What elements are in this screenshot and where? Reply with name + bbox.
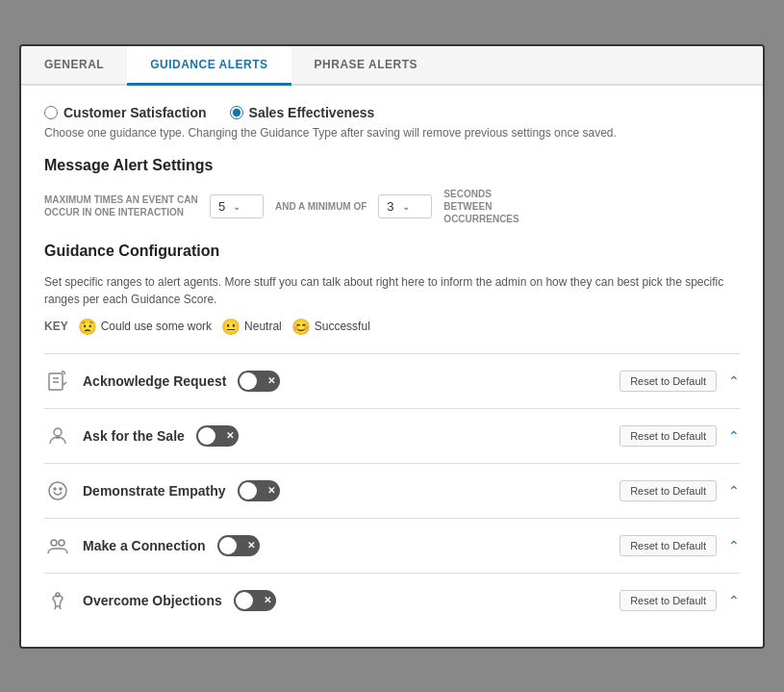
key-item-neutral-label: Neutral <box>244 320 282 333</box>
collapse-overcome-objections-button[interactable] <box>728 593 740 608</box>
radio-group: Customer Satisfaction Sales Effectivenes… <box>44 105 740 120</box>
min-seconds-chevron-icon: ⌄ <box>402 201 410 212</box>
collapse-ask-for-sale-button[interactable] <box>728 428 740 444</box>
successful-icon: 😊 <box>291 318 311 336</box>
guidance-config-heading: Guidance Configuration <box>44 243 740 260</box>
item-left-demonstrate-empathy: Demonstrate Empathy ✕ <box>44 477 280 504</box>
could-use-icon: 😟 <box>78 318 97 336</box>
toggle-x-icon-5: ✕ <box>264 595 271 605</box>
reset-make-connection-button[interactable]: Reset to Default <box>620 535 717 556</box>
key-item-successful-label: Successful <box>315 320 370 333</box>
demonstrate-empathy-toggle[interactable]: ✕ <box>238 480 280 501</box>
make-connection-icon <box>44 532 71 559</box>
reset-ask-for-sale-button[interactable]: Reset to Default <box>620 425 717 447</box>
max-times-select[interactable]: 5 ⌄ <box>210 194 264 218</box>
item-right-overcome-objections: Reset to Default <box>620 590 740 611</box>
key-label: KEY <box>44 320 68 333</box>
make-connection-toggle[interactable]: ✕ <box>217 535 260 556</box>
item-right-ask-for-sale: Reset to Default <box>620 425 740 447</box>
toggle-knob-4 <box>219 537 237 554</box>
item-left-make-connection: Make a Connection ✕ <box>44 532 260 559</box>
guidance-item-demonstrate-empathy: Demonstrate Empathy ✕ Reset to Default <box>44 463 740 518</box>
max-times-value: 5 <box>218 199 225 214</box>
neutral-icon: 😐 <box>221 318 240 336</box>
acknowledge-request-icon <box>44 368 71 395</box>
ask-for-sale-icon <box>44 423 71 449</box>
seconds-label: SECONDS BETWEEN OCCURRENCES <box>443 188 540 225</box>
tab-general[interactable]: GENERAL <box>21 46 127 86</box>
min-seconds-select[interactable]: 3 ⌄ <box>378 194 432 218</box>
main-window: GENERAL GUIDANCE ALERTS PHRASE ALERTS Cu… <box>19 44 765 649</box>
ask-for-sale-toggle[interactable]: ✕ <box>196 425 239 447</box>
key-item-could-use: 😟 Could use some work <box>78 318 212 336</box>
item-right-demonstrate-empathy: Reset to Default <box>620 480 740 501</box>
toggle-knob-3 <box>240 482 257 500</box>
min-seconds-value: 3 <box>387 199 393 214</box>
guidance-item-acknowledge-request: Acknowledge Request ✕ Reset to Default <box>44 353 740 408</box>
toggle-knob-2 <box>198 427 215 445</box>
collapse-acknowledge-request-button[interactable] <box>728 373 740 389</box>
radio-input-sales-effectiveness[interactable] <box>230 106 243 119</box>
toggle-x-icon-2: ✕ <box>226 430 234 441</box>
radio-customer-satisfaction[interactable]: Customer Satisfaction <box>44 105 207 120</box>
item-left-acknowledge-request: Acknowledge Request ✕ <box>44 368 280 395</box>
acknowledge-request-toggle[interactable]: ✕ <box>238 371 280 392</box>
demonstrate-empathy-icon <box>44 477 71 504</box>
radio-label-sales-effectiveness: Sales Effectiveness <box>249 105 375 120</box>
demonstrate-empathy-name: Demonstrate Empathy <box>83 483 226 499</box>
collapse-make-connection-button[interactable] <box>728 538 740 553</box>
toggle-x-icon-4: ✕ <box>247 540 255 551</box>
svg-point-8 <box>59 540 64 546</box>
item-left-ask-for-sale: Ask for the Sale ✕ <box>44 423 239 449</box>
guidance-item-make-connection: Make a Connection ✕ Reset to Default <box>44 518 740 573</box>
guidance-item-ask-for-sale: Ask for the Sale ✕ Reset to Default <box>44 408 740 463</box>
svg-point-4 <box>49 482 66 500</box>
svg-point-3 <box>54 428 62 436</box>
key-item-successful: 😊 Successful <box>291 318 370 336</box>
radio-sales-effectiveness[interactable]: Sales Effectiveness <box>230 105 375 120</box>
overcome-objections-name: Overcome Objections <box>83 593 222 608</box>
radio-help-text: Choose one guidance type. Changing the G… <box>44 126 740 140</box>
guidance-items-list: Acknowledge Request ✕ Reset to Default <box>44 353 740 628</box>
guidance-item-overcome-objections: Overcome Objections ✕ Reset to Default <box>44 573 740 628</box>
item-right-make-connection: Reset to Default <box>620 535 740 556</box>
reset-demonstrate-empathy-button[interactable]: Reset to Default <box>620 480 717 501</box>
collapse-demonstrate-empathy-button[interactable] <box>728 483 740 499</box>
radio-input-customer-satisfaction[interactable] <box>44 106 58 119</box>
toggle-knob-5 <box>236 592 253 609</box>
tab-phrase-alerts[interactable]: PHRASE ALERTS <box>291 46 441 86</box>
content-area: Customer Satisfaction Sales Effectivenes… <box>21 86 763 647</box>
alert-settings-row: MAXIMUM TIMES AN EVENT CAN OCCUR IN ONE … <box>44 188 740 225</box>
acknowledge-request-name: Acknowledge Request <box>83 373 226 389</box>
tabs-container: GENERAL GUIDANCE ALERTS PHRASE ALERTS <box>21 46 763 86</box>
toggle-knob <box>240 372 257 390</box>
overcome-objections-icon <box>44 587 71 614</box>
max-label: MAXIMUM TIMES AN EVENT CAN OCCUR IN ONE … <box>44 193 198 218</box>
toggle-x-icon: ✕ <box>267 375 275 386</box>
toggle-x-icon-3: ✕ <box>267 485 275 496</box>
ask-for-sale-name: Ask for the Sale <box>83 428 185 444</box>
max-times-chevron-icon: ⌄ <box>233 201 240 212</box>
svg-point-5 <box>54 488 56 490</box>
item-right-acknowledge-request: Reset to Default <box>620 371 740 392</box>
key-item-neutral: 😐 Neutral <box>221 318 282 336</box>
svg-point-7 <box>51 540 57 546</box>
guidance-config-description: Set specific ranges to alert agents. Mor… <box>44 273 740 308</box>
reset-acknowledge-request-button[interactable]: Reset to Default <box>620 371 717 392</box>
item-left-overcome-objections: Overcome Objections ✕ <box>44 587 276 614</box>
key-row: KEY 😟 Could use some work 😐 Neutral 😊 Su… <box>44 318 740 336</box>
make-connection-name: Make a Connection <box>83 538 206 553</box>
reset-overcome-objections-button[interactable]: Reset to Default <box>620 590 717 611</box>
radio-label-customer-satisfaction: Customer Satisfaction <box>63 105 207 120</box>
svg-point-6 <box>60 488 62 490</box>
and-min-label: AND A MINIMUM OF <box>275 200 367 213</box>
overcome-objections-toggle[interactable]: ✕ <box>234 590 276 611</box>
key-item-could-use-label: Could use some work <box>101 320 212 333</box>
tab-guidance-alerts[interactable]: GUIDANCE ALERTS <box>127 46 291 86</box>
message-alert-heading: Message Alert Settings <box>44 157 740 174</box>
